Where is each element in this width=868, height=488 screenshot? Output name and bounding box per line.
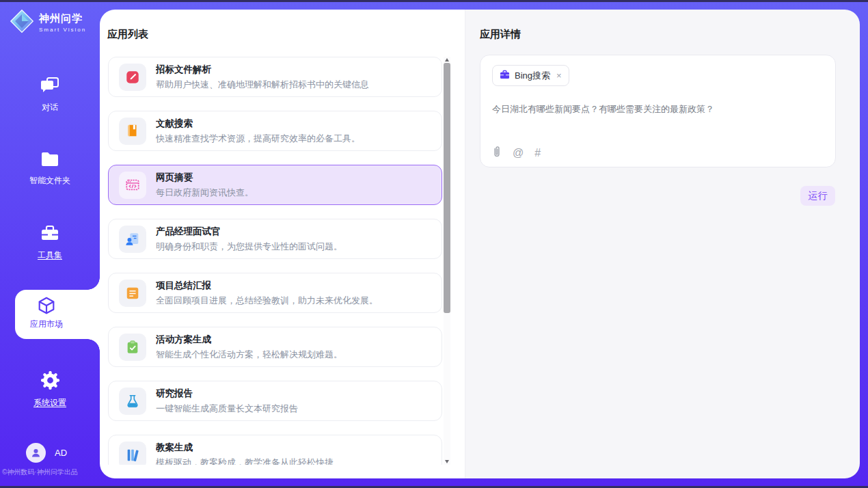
window-top-edge [0,0,868,2]
tool-tag-bing-search[interactable]: Bing搜索 × [492,65,569,86]
scrollbar-down-arrow[interactable] [444,459,450,465]
app-name: 研究报告 [156,388,298,400]
brand-diamond-icon [10,9,34,36]
tag-close-icon[interactable]: × [556,71,562,80]
app-window: 神州问学 Smart Vision 对话 智能文件夹 [0,0,868,488]
flask-icon [119,388,146,415]
sidebar: 神州问学 Smart Vision 对话 智能文件夹 [0,0,100,488]
avatar [26,443,46,463]
gear-icon [41,380,59,392]
attachment-icon[interactable] [492,146,502,161]
sidebar-item-app-market[interactable]: 应用市场 [15,290,100,339]
app-card-literature-search[interactable]: 文献搜索 快速精准查找学术资源，提高研究效率的必备工具。 [108,111,442,151]
books-icon [119,442,146,465]
app-name: 网页摘要 [156,172,254,184]
main-content: 应用列表 招标文件解析 帮助用户快速、准确地理解和解析招标书中的关键信息 [100,10,860,478]
tender-edit-icon [119,64,146,91]
app-name: 教案生成 [156,442,334,454]
app-card-lesson-plan[interactable]: 教案生成 模板驱动，教案秒成，教学准备从此轻松快捷 [108,435,442,465]
app-description: 全面回顾项目进展，总结经验教训，助力未来优化发展。 [156,295,378,307]
hash-icon[interactable]: # [534,148,541,159]
run-button[interactable]: 运行 [800,186,835,206]
copyright-footer: ©神州数码·神州问学出品 [2,467,78,477]
brand-subtitle: Smart Vision [39,27,86,33]
sidebar-item-toolset[interactable]: 工具集 [3,225,96,261]
app-description: 快速精准查找学术资源，提高研究效率的必备工具。 [156,133,360,145]
sidebar-item-label: 对话 [3,102,96,113]
app-list: 招标文件解析 帮助用户快速、准确地理解和解析招标书中的关键信息 [108,57,442,465]
app-description: 帮助用户快速、准确地理解和解析招标书中的关键信息 [156,79,369,91]
sidebar-item-smart-folder[interactable]: 智能文件夹 [3,151,96,187]
sidebar-item-label: 应用市场 [15,318,78,330]
app-card-event-plan[interactable]: 活动方案生成 智能生成个性化活动方案，轻松解决规划难题。 [108,327,442,367]
sidebar-item-settings[interactable]: 系统设置 [3,371,96,409]
app-card-research-report[interactable]: 研究报告 一键智能生成高质量长文本研究报告 [108,381,442,421]
scrollbar-thumb[interactable] [444,63,450,313]
app-detail-title: 应用详情 [480,28,521,41]
sidebar-item-label: 系统设置 [3,397,96,409]
briefcase-icon [500,70,510,82]
app-card-tender-analysis[interactable]: 招标文件解析 帮助用户快速、准确地理解和解析招标书中的关键信息 [108,57,442,97]
sidebar-item-label: 智能文件夹 [3,175,96,187]
app-description: 一键智能生成高质量长文本研究报告 [156,403,298,415]
app-description: 明确身份和职责，为您提供专业性的面试问题。 [156,241,342,253]
app-name: 招标文件解析 [156,64,369,76]
sidebar-item-label: 工具集 [3,249,96,261]
app-card-project-report[interactable]: 项目总结汇报 全面回顾项目进展，总结经验教训，助力未来优化发展。 [108,273,442,313]
app-description: 每日政府新闻资讯快查。 [156,187,254,199]
brand-logo: 神州问学 Smart Vision [10,9,86,36]
note-icon [119,280,146,307]
prompt-composer-card: Bing搜索 × 今日湖北有哪些新闻要点？有哪些需要关注的最新政策？ @ # [480,55,836,167]
scrollbar-up-arrow[interactable] [444,57,450,63]
mention-icon[interactable]: @ [513,148,524,159]
app-card-web-summary[interactable]: 网页摘要 每日政府新闻资讯快查。 [108,165,442,205]
app-list-scrollbar[interactable] [444,57,450,465]
app-description: 模板驱动，教案秒成，教学准备从此轻松快捷 [156,457,334,465]
chat-icon [40,85,59,96]
app-list-title: 应用列表 [107,28,148,41]
composer-toolbar: @ # [492,146,541,161]
app-name: 活动方案生成 [156,334,342,346]
app-name: 文献搜索 [156,118,360,130]
browser-code-icon [119,172,146,199]
user-account[interactable]: AD [26,443,67,463]
user-initials: AD [55,448,67,458]
app-description: 智能生成个性化活动方案，轻松解决规划难题。 [156,349,342,361]
app-detail-panel: 应用详情 Bing搜索 × 今日湖北有哪些新闻要点？有哪些需要关注的最新政 [465,10,860,478]
book-icon [119,118,146,145]
app-card-pm-interviewer[interactable]: 产品经理面试官 明确身份和职责，为您提供专业性的面试问题。 [108,219,442,259]
brand-name: 神州问学 [39,12,86,25]
interviewer-icon [119,226,146,253]
app-name: 项目总结汇报 [156,280,378,292]
cube-icon [36,296,57,319]
tool-tag-label: Bing搜索 [515,70,550,82]
folder-icon [40,158,59,170]
sidebar-item-chat[interactable]: 对话 [3,77,96,113]
query-input[interactable]: 今日湖北有哪些新闻要点？有哪些需要关注的最新政策？ [492,103,820,116]
app-name: 产品经理面试官 [156,226,342,238]
toolbox-icon [40,232,59,244]
app-list-panel: 应用列表 招标文件解析 帮助用户快速、准确地理解和解析招标书中的关键信息 [100,10,465,478]
clipboard-check-icon [119,334,146,361]
